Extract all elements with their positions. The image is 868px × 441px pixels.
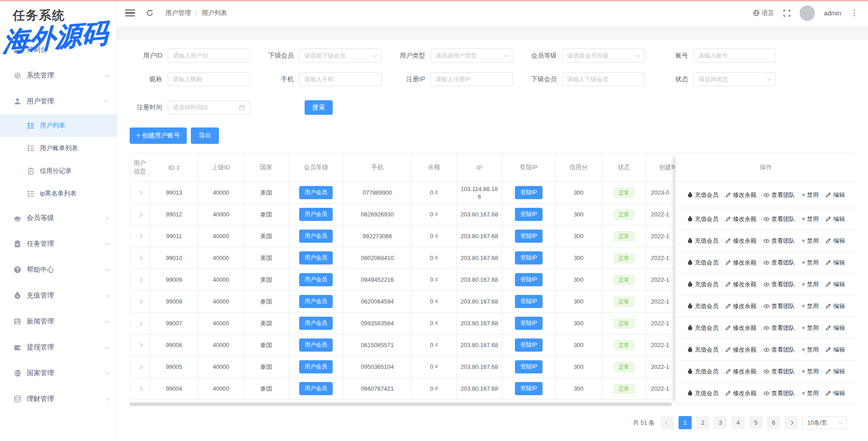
login-ip-button[interactable]: 登陆IP — [515, 251, 543, 265]
disable-user-link[interactable]: × 禁用 — [802, 215, 819, 223]
row-expander-icon[interactable] — [137, 277, 142, 282]
member-level-chip[interactable]: 用户会员 — [299, 382, 333, 395]
page-size-select[interactable]: 10条/页 — [802, 416, 847, 429]
disable-user-link[interactable]: × 禁用 — [802, 389, 819, 397]
next-page-button[interactable] — [785, 416, 798, 429]
phone-input[interactable] — [300, 73, 381, 86]
sub-member-input[interactable] — [563, 73, 644, 86]
export-button[interactable]: 导出 — [191, 127, 219, 144]
sidebar-item-tasks[interactable]: 任务管理 — [0, 231, 116, 257]
view-team-link[interactable]: 查看团队 — [763, 368, 795, 376]
refresh-icon[interactable] — [146, 9, 154, 17]
view-team-link[interactable]: 查看团队 — [763, 280, 795, 289]
view-team-link[interactable]: 查看团队 — [763, 259, 795, 267]
create-user-button[interactable]: + 创建用户账号 — [130, 127, 187, 144]
more-menu-icon[interactable]: ⋮ — [850, 8, 858, 18]
disable-user-link[interactable]: × 禁用 — [802, 280, 819, 289]
member-level-select[interactable]: 请选择会员等级 — [562, 49, 645, 63]
member-level-chip[interactable]: 用户会员 — [299, 360, 333, 373]
date-range-picker[interactable]: 请选择时间段 — [168, 101, 250, 115]
disable-user-link[interactable]: × 禁用 — [802, 302, 819, 310]
edit-user-link[interactable]: 编辑 — [825, 259, 845, 267]
login-ip-button[interactable]: 登陆IP — [515, 338, 543, 352]
disable-user-link[interactable]: × 禁用 — [802, 191, 819, 199]
row-expander-icon[interactable] — [137, 190, 142, 195]
modify-balance-link[interactable]: 修改余额 — [725, 259, 756, 267]
row-expander-icon[interactable] — [137, 343, 142, 348]
page-button-6[interactable]: 6 — [767, 416, 780, 429]
sidebar-item-dashboard[interactable]: 控制台 — [0, 37, 116, 63]
row-expander-icon[interactable] — [137, 364, 142, 369]
login-ip-button[interactable]: 登陆IP — [515, 317, 543, 330]
disable-user-link[interactable]: × 禁用 — [802, 346, 819, 354]
disable-user-link[interactable]: × 禁用 — [802, 368, 819, 376]
recharge-member-link[interactable]: 充值会员 — [687, 280, 718, 289]
breadcrumb-item[interactable]: 用户管理 — [165, 9, 191, 17]
recharge-member-link[interactable]: 充值会员 — [687, 324, 718, 332]
modify-balance-link[interactable]: 修改余额 — [725, 280, 756, 289]
view-team-link[interactable]: 查看团队 — [763, 237, 795, 245]
sidebar-item-user-list[interactable]: 用户列表 — [0, 114, 116, 137]
member-level-chip[interactable]: 用户会员 — [299, 208, 333, 221]
horizontal-scrollbar[interactable] — [130, 402, 672, 406]
login-ip-button[interactable]: 登陆IP — [515, 230, 543, 243]
member-level-chip[interactable]: 用户会员 — [299, 317, 333, 330]
sort-icon[interactable] — [176, 165, 180, 171]
login-ip-button[interactable]: 登陆IP — [515, 273, 543, 286]
edit-user-link[interactable]: 编辑 — [825, 324, 845, 332]
recharge-member-link[interactable]: 充值会员 — [687, 237, 718, 245]
page-button-2[interactable]: 2 — [696, 416, 709, 429]
row-expander-icon[interactable] — [137, 234, 142, 239]
row-expander-icon[interactable] — [137, 299, 142, 304]
login-ip-button[interactable]: 登陆IP — [515, 186, 543, 199]
user-type-select[interactable]: 请选择用户类型 — [431, 49, 513, 63]
disable-user-link[interactable]: × 禁用 — [802, 237, 819, 245]
status-select[interactable]: 请选择状态 — [693, 72, 776, 86]
member-level-chip[interactable]: 用户会员 — [299, 251, 333, 265]
view-team-link[interactable]: 查看团队 — [763, 302, 795, 310]
recharge-member-link[interactable]: 充值会员 — [687, 368, 718, 376]
modify-balance-link[interactable]: 修改余额 — [725, 389, 756, 397]
modify-balance-link[interactable]: 修改余额 — [725, 237, 756, 245]
avatar[interactable] — [800, 5, 815, 21]
login-ip-button[interactable]: 登陆IP — [515, 295, 543, 308]
edit-user-link[interactable]: 编辑 — [825, 280, 845, 289]
edit-user-link[interactable]: 编辑 — [825, 389, 845, 397]
sidebar-item-system[interactable]: 系统管理 — [0, 63, 116, 88]
fullscreen-icon[interactable] — [783, 10, 790, 17]
row-expander-icon[interactable] — [137, 386, 142, 391]
modify-balance-link[interactable]: 修改余额 — [725, 346, 756, 354]
modify-balance-link[interactable]: 修改余额 — [725, 368, 756, 376]
row-expander-icon[interactable] — [137, 212, 142, 217]
modify-balance-link[interactable]: 修改余额 — [725, 302, 756, 310]
edit-user-link[interactable]: 编辑 — [825, 237, 845, 245]
sidebar-item-news[interactable]: 新闻管理 — [0, 309, 116, 334]
register-ip-input[interactable] — [431, 73, 513, 86]
sidebar-item-finance[interactable]: 理财管理 — [0, 386, 116, 412]
view-team-link[interactable]: 查看团队 — [763, 346, 795, 354]
modify-balance-link[interactable]: 修改余额 — [725, 324, 756, 332]
view-team-link[interactable]: 查看团队 — [763, 389, 795, 397]
edit-user-link[interactable]: 编辑 — [825, 346, 845, 354]
recharge-member-link[interactable]: 充值会员 — [687, 215, 718, 223]
disable-user-link[interactable]: × 禁用 — [802, 259, 819, 267]
recharge-member-link[interactable]: 充值会员 — [687, 259, 718, 267]
page-button-5[interactable]: 5 — [749, 416, 762, 429]
recharge-member-link[interactable]: 充值会员 — [687, 346, 718, 354]
member-level-chip[interactable]: 用户会员 — [299, 230, 333, 243]
member-level-chip[interactable]: 用户会员 — [299, 295, 333, 308]
member-level-chip[interactable]: 用户会员 — [299, 186, 333, 199]
recharge-member-link[interactable]: 充值会员 — [687, 389, 718, 397]
page-button-4[interactable]: 4 — [732, 416, 745, 429]
edit-user-link[interactable]: 编辑 — [825, 215, 845, 223]
login-ip-button[interactable]: 登陆IP — [515, 360, 543, 373]
sidebar-item-users[interactable]: 用户管理 — [0, 88, 116, 114]
sidebar-item-credit-records[interactable]: 信用分记录 — [0, 160, 116, 182]
nickname-input[interactable] — [168, 73, 250, 86]
sidebar-item-member-levels[interactable]: 会员等级 — [0, 205, 116, 231]
modify-balance-link[interactable]: 修改余额 — [725, 215, 756, 223]
view-team-link[interactable]: 查看团队 — [763, 215, 795, 223]
disable-user-link[interactable]: × 禁用 — [802, 324, 819, 332]
login-ip-button[interactable]: 登陆IP — [515, 208, 543, 221]
prev-page-button[interactable] — [661, 416, 674, 429]
